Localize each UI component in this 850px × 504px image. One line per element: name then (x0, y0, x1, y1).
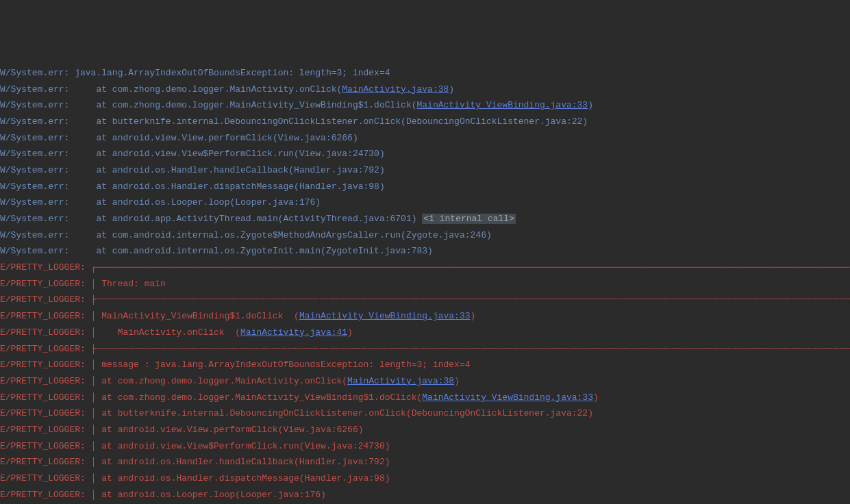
logcat-output[interactable]: W/System.err: java.lang.ArrayIndexOutOfB… (0, 65, 850, 504)
log-tag: W/System.err: (0, 149, 96, 159)
log-text: at android.os.Looper.loop(Looper.java:17… (96, 197, 321, 207)
log-line[interactable]: W/System.err: at android.os.Handler.disp… (0, 179, 850, 195)
log-line[interactable]: W/System.err: at com.android.internal.os… (0, 243, 850, 260)
log-tag: W/System.err: (0, 68, 75, 78)
log-line[interactable]: W/System.err: at android.app.ActivityThr… (0, 211, 850, 227)
log-text: at com.android.internal.os.ZygoteInit.ma… (96, 246, 432, 256)
log-text: │ at com.zhong.demo.logger.MainActivity.… (91, 376, 347, 386)
log-line[interactable]: E/PRETTY_LOGGER: ├┄┄┄┄┄┄┄┄┄┄┄┄┄┄┄┄┄┄┄┄┄┄… (0, 292, 850, 308)
log-line[interactable]: W/System.err: at android.view.View$Perfo… (0, 146, 850, 162)
log-tag: E/PRETTY_LOGGER: (0, 344, 91, 354)
source-link[interactable]: MainActivity_ViewBinding.java:33 (422, 392, 593, 403)
log-line[interactable]: E/PRETTY_LOGGER: │ at com.zhong.demo.log… (0, 390, 850, 406)
log-text: ├┄┄┄┄┄┄┄┄┄┄┄┄┄┄┄┄┄┄┄┄┄┄┄┄┄┄┄┄┄┄┄┄┄┄┄┄┄┄┄… (91, 344, 850, 354)
log-text: │ at com.zhong.demo.logger.MainActivity_… (91, 392, 423, 403)
log-tag: E/PRETTY_LOGGER: (0, 408, 91, 418)
log-text: ) (449, 84, 454, 94)
log-tag: E/PRETTY_LOGGER: (0, 392, 91, 403)
log-line[interactable]: E/PRETTY_LOGGER: │ Thread: main (0, 276, 850, 292)
source-link[interactable]: MainActivity.java:41 (240, 327, 347, 338)
source-link[interactable]: MainActivity_ViewBinding.java:33 (299, 311, 471, 321)
log-text: │ at android.view.View$PerformClick.run(… (91, 441, 390, 451)
log-line[interactable]: E/PRETTY_LOGGER: │ message : java.lang.A… (0, 357, 850, 373)
log-text: at android.os.Handler.handleCallback(Han… (96, 165, 384, 175)
log-tag: E/PRETTY_LOGGER: (0, 360, 91, 370)
log-line[interactable]: W/System.err: at android.os.Looper.loop(… (0, 194, 850, 211)
log-text: │ MainActivity.onClick ( (91, 327, 240, 338)
log-text: ) (347, 327, 353, 338)
log-tag: W/System.err: (0, 133, 96, 143)
log-tag: E/PRETTY_LOGGER: (0, 294, 91, 305)
log-text: at android.view.View$PerformClick.run(Vi… (96, 149, 384, 159)
log-text: at com.zhong.demo.logger.MainActivity_Vi… (96, 100, 416, 110)
log-line[interactable]: W/System.err: at android.view.View.perfo… (0, 130, 850, 147)
log-line[interactable]: W/System.err: at android.os.Handler.hand… (0, 162, 850, 179)
log-text: ┌───────────────────────────────────────… (91, 262, 850, 273)
log-text: ) (588, 100, 593, 110)
log-tag: E/PRETTY_LOGGER: (0, 441, 91, 451)
log-line[interactable]: E/PRETTY_LOGGER: ├┄┄┄┄┄┄┄┄┄┄┄┄┄┄┄┄┄┄┄┄┄┄… (0, 341, 850, 357)
log-line[interactable]: W/System.err: at com.zhong.demo.logger.M… (0, 97, 850, 114)
log-text: at com.zhong.demo.logger.MainActivity.on… (96, 84, 342, 94)
log-line[interactable]: W/System.err: java.lang.ArrayIndexOutOfB… (0, 65, 850, 81)
log-tag: W/System.err: (0, 230, 96, 240)
log-text: │ at android.os.Handler.dispatchMessage(… (91, 473, 390, 483)
internal-call-badge[interactable]: <1 internal call> (422, 214, 516, 224)
log-text: │ Thread: main (91, 279, 166, 289)
log-tag: W/System.err: (0, 165, 96, 175)
log-text: │ at android.os.Looper.loop(Looper.java:… (91, 490, 326, 500)
log-text: │ message : java.lang.ArrayIndexOutOfBou… (91, 360, 471, 370)
log-line[interactable]: E/PRETTY_LOGGER: │ at android.os.Handler… (0, 454, 850, 470)
log-line[interactable]: E/PRETTY_LOGGER: │ at android.os.Handler… (0, 470, 850, 487)
log-text: ) (471, 311, 476, 321)
log-text: java.lang.ArrayIndexOutOfBoundsException… (75, 68, 390, 78)
log-line[interactable]: W/System.err: at butterknife.internal.De… (0, 114, 850, 130)
log-line[interactable]: W/System.err: at com.android.internal.os… (0, 227, 850, 244)
log-line[interactable]: E/PRETTY_LOGGER: │ at android.view.View.… (0, 422, 850, 438)
log-tag: E/PRETTY_LOGGER: (0, 311, 91, 321)
log-tag: E/PRETTY_LOGGER: (0, 457, 91, 467)
log-line[interactable]: E/PRETTY_LOGGER: │ at com.zhong.demo.log… (0, 373, 850, 390)
log-line[interactable]: E/PRETTY_LOGGER: ┌──────────────────────… (0, 260, 850, 276)
log-tag: E/PRETTY_LOGGER: (0, 262, 91, 273)
source-link[interactable]: MainActivity.java:38 (347, 376, 454, 386)
log-text: at android.view.View.performClick(View.j… (96, 133, 358, 143)
log-line[interactable]: W/System.err: at com.zhong.demo.logger.M… (0, 81, 850, 98)
log-tag: E/PRETTY_LOGGER: (0, 425, 91, 435)
log-text: │ MainActivity_ViewBinding$1.doClick ( (91, 311, 299, 321)
log-text: │ at android.view.View.performClick(View… (91, 425, 364, 435)
log-line[interactable]: E/PRETTY_LOGGER: │ at butterknife.intern… (0, 405, 850, 422)
log-text: │ at android.os.Handler.handleCallback(H… (91, 457, 390, 467)
log-text: │ at butterknife.internal.DebouncingOnCl… (91, 408, 593, 418)
log-line[interactable]: E/PRETTY_LOGGER: │ at android.view.View$… (0, 438, 850, 455)
log-text: at com.android.internal.os.Zygote$Method… (96, 230, 491, 240)
log-text: ) (454, 376, 460, 386)
log-text: at android.os.Handler.dispatchMessage(Ha… (96, 181, 384, 192)
log-text: at butterknife.internal.DebouncingOnClic… (96, 116, 588, 127)
log-line[interactable]: E/PRETTY_LOGGER: │ MainActivity_ViewBind… (0, 308, 850, 325)
log-line[interactable]: E/PRETTY_LOGGER: │ at android.os.Looper.… (0, 487, 850, 503)
log-tag: W/System.err: (0, 246, 96, 256)
source-link[interactable]: MainActivity_ViewBinding.java:33 (417, 100, 588, 110)
source-link[interactable]: MainActivity.java:38 (342, 84, 449, 94)
log-tag: E/PRETTY_LOGGER: (0, 279, 91, 289)
log-tag: E/PRETTY_LOGGER: (0, 473, 91, 483)
log-tag: W/System.err: (0, 116, 96, 127)
log-tag: W/System.err: (0, 84, 96, 94)
log-text: ) (593, 392, 599, 403)
log-tag: E/PRETTY_LOGGER: (0, 376, 91, 386)
log-tag: E/PRETTY_LOGGER: (0, 490, 91, 500)
log-tag: W/System.err: (0, 214, 96, 224)
log-tag: W/System.err: (0, 197, 96, 207)
log-text: at android.app.ActivityThread.main(Activ… (96, 214, 422, 224)
log-line[interactable]: E/PRETTY_LOGGER: │ MainActivity.onClick … (0, 325, 850, 341)
log-text: ├┄┄┄┄┄┄┄┄┄┄┄┄┄┄┄┄┄┄┄┄┄┄┄┄┄┄┄┄┄┄┄┄┄┄┄┄┄┄┄… (91, 294, 850, 305)
log-tag: W/System.err: (0, 100, 96, 110)
log-tag: E/PRETTY_LOGGER: (0, 327, 91, 338)
log-tag: W/System.err: (0, 181, 96, 192)
